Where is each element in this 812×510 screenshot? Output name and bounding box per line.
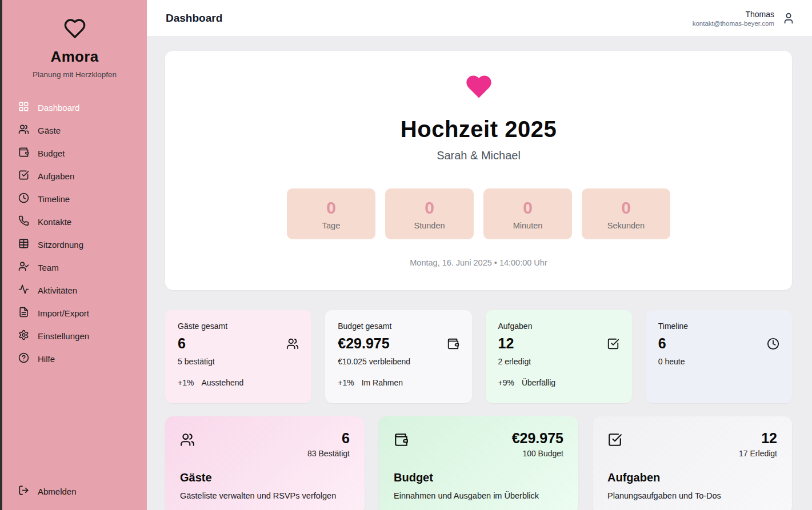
stat-delta-label: Im Rahmen: [362, 378, 403, 387]
feature-title: Aufgaben: [607, 471, 777, 484]
stat-card-timeline[interactable]: Timeline 6 0 heute: [646, 310, 792, 403]
sidebar-item-label: Dashboard: [38, 103, 79, 113]
phone-icon: [18, 215, 29, 228]
sidebar-header: Amora Planung mit Herzklopfen: [2, 0, 147, 79]
wedding-date: Montag, 16. Juni 2025 • 14:00:00 Uhr: [165, 258, 792, 267]
wedding-hero-card: Hochzeit 2025 Sarah & Michael 0 Tage 0 S…: [165, 51, 792, 290]
check-square-icon: [607, 338, 619, 350]
users-icon: [180, 432, 195, 447]
sidebar-item-aufgaben[interactable]: Aufgaben: [2, 164, 147, 187]
stat-label: Timeline: [658, 322, 779, 331]
feature-cards-row: 6 83 Bestätigt Gäste Gästeliste verwalte…: [165, 416, 792, 510]
sidebar-item-import-export[interactable]: Import/Export: [2, 302, 147, 324]
sidebar-item-label: Hilfe: [38, 354, 55, 364]
stat-value: 6: [178, 335, 186, 352]
sidebar-nav: Dashboard Gäste Budget Aufgaben Timeline…: [2, 96, 147, 370]
feature-title: Budget: [394, 471, 563, 484]
gear-icon: [18, 330, 29, 342]
stat-value: €29.975: [338, 335, 389, 352]
stat-label: Aufgaben: [498, 322, 619, 331]
sidebar-item-timeline[interactable]: Timeline: [2, 187, 147, 210]
user-icon[interactable]: [782, 12, 795, 25]
sidebar-item-label: Gäste: [38, 126, 61, 135]
wallet-icon: [18, 147, 29, 159]
users-icon: [18, 124, 29, 136]
feature-stat-sub: 100 Budget: [512, 449, 563, 458]
feature-card-gaeste[interactable]: 6 83 Bestätigt Gäste Gästeliste verwalte…: [165, 416, 365, 510]
app-name: Amora: [2, 48, 147, 66]
feature-stat: 12: [739, 430, 777, 447]
sidebar-item-gaeste[interactable]: Gäste: [2, 119, 147, 142]
user-email: kontakt@thomas-beyer.com: [693, 20, 774, 27]
logout-button[interactable]: Abmelden: [2, 483, 147, 510]
clock-icon: [767, 338, 779, 350]
check-square-icon: [18, 170, 29, 182]
user-block: Thomas kontakt@thomas-beyer.com: [693, 10, 774, 27]
sidebar-item-sitzordnung[interactable]: Sitzordnung: [2, 233, 147, 256]
sidebar-item-dashboard[interactable]: Dashboard: [2, 96, 147, 119]
dashboard-content: Hochzeit 2025 Sarah & Michael 0 Tage 0 S…: [147, 36, 812, 510]
feature-description: Einnahmen und Ausgaben im Überblick: [394, 491, 563, 500]
feature-card-aufgaben[interactable]: 12 17 Erledigt Aufgaben Planungsaufgaben…: [593, 416, 792, 510]
stat-value: 6: [658, 335, 666, 352]
app-tagline: Planung mit Herzklopfen: [2, 70, 147, 79]
stat-card-aufgaben[interactable]: Aufgaben 12 2 erledigt +9% Überfällig: [486, 310, 632, 403]
stat-delta-label: Überfällig: [522, 378, 555, 387]
page-title: Dashboard: [166, 12, 222, 25]
heart-outline-icon: [63, 32, 87, 42]
sidebar-item-einstellungen[interactable]: Einstellungen: [2, 324, 147, 347]
help-circle-icon: [18, 352, 29, 365]
sidebar-item-label: Import/Export: [38, 308, 89, 318]
sidebar-item-label: Aufgaben: [38, 171, 74, 181]
stat-delta: +9%: [498, 378, 514, 387]
sidebar-item-label: Team: [38, 263, 59, 272]
user-check-icon: [18, 261, 29, 274]
sidebar-item-team[interactable]: Team: [2, 256, 147, 279]
sidebar-item-label: Budget: [38, 148, 65, 158]
stat-subtitle: €10.025 verbleibend: [338, 357, 459, 366]
sidebar-item-label: Einstellungen: [38, 331, 89, 341]
sidebar-item-label: Sitzordnung: [38, 240, 83, 250]
users-icon: [286, 338, 299, 350]
grid-icon: [18, 101, 29, 114]
stat-delta-label: Ausstehend: [201, 378, 243, 387]
feature-stat-sub: 83 Bestätigt: [307, 449, 350, 458]
stat-subtitle: 0 heute: [658, 357, 779, 366]
stat-card-budget[interactable]: Budget gesamt €29.975 €10.025 verbleiben…: [325, 310, 471, 403]
countdown-minutes: 0 Minuten: [483, 188, 572, 239]
countdown: 0 Tage 0 Stunden 0 Minuten 0 Sekunden: [165, 188, 792, 239]
file-text-icon: [18, 307, 29, 319]
feature-description: Gästeliste verwalten und RSVPs verfolgen: [180, 491, 350, 500]
stat-value: 12: [498, 335, 514, 352]
activity-icon: [18, 284, 29, 296]
heart-filled-icon: [463, 94, 495, 103]
sidebar-item-kontakte[interactable]: Kontakte: [2, 210, 147, 233]
wedding-title: Hochzeit 2025: [165, 117, 792, 142]
countdown-hours: 0 Stunden: [385, 188, 474, 239]
stat-label: Budget gesamt: [338, 322, 459, 331]
sidebar: Amora Planung mit Herzklopfen Dashboard …: [0, 0, 147, 510]
stat-label: Gäste gesamt: [178, 322, 299, 331]
sidebar-item-label: Kontakte: [38, 217, 71, 227]
feature-card-budget[interactable]: €29.975 100 Budget Budget Einnahmen und …: [379, 416, 578, 510]
feature-description: Planungsaufgaben und To-Dos: [607, 491, 777, 500]
feature-stat-sub: 17 Erledigt: [739, 449, 777, 458]
countdown-hours-unit: Stunden: [414, 221, 445, 230]
stat-delta: +1%: [338, 378, 354, 387]
countdown-seconds-value: 0: [621, 198, 631, 218]
check-square-icon: [607, 432, 622, 447]
couple-names: Sarah & Michael: [165, 149, 792, 162]
countdown-seconds-unit: Sekunden: [607, 221, 645, 230]
sidebar-item-budget[interactable]: Budget: [2, 142, 147, 164]
stat-card-gaeste[interactable]: Gäste gesamt 6 5 bestätigt +1% Ausstehen…: [165, 310, 311, 403]
countdown-minutes-unit: Minuten: [513, 221, 543, 230]
feature-stat: €29.975: [512, 430, 563, 447]
countdown-seconds: 0 Sekunden: [582, 188, 670, 239]
sidebar-item-aktivitaeten[interactable]: Aktivitäten: [2, 279, 147, 302]
table-icon: [18, 238, 29, 251]
sidebar-item-hilfe[interactable]: Hilfe: [2, 347, 147, 370]
stats-row: Gäste gesamt 6 5 bestätigt +1% Ausstehen…: [165, 310, 792, 403]
countdown-minutes-value: 0: [523, 198, 533, 218]
topbar-user-area: Thomas kontakt@thomas-beyer.com: [693, 10, 795, 27]
wallet-icon: [394, 432, 409, 447]
